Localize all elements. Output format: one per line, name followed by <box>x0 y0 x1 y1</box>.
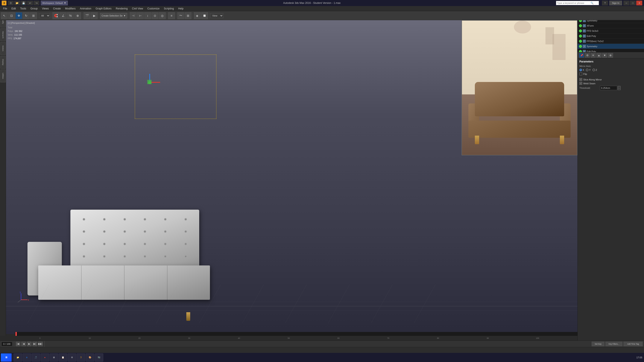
redo-btn[interactable]: ↪ <box>34 1 40 5</box>
snap-toggle[interactable]: 🧲 <box>52 12 59 19</box>
playback-thumb[interactable] <box>16 332 17 336</box>
move-tool[interactable]: ✥ <box>16 12 22 19</box>
percent-snap[interactable]: % <box>67 12 74 19</box>
modifier-item-ffd1[interactable]: F FFD 3x3x3 <box>578 28 644 33</box>
material-editor[interactable]: ◈ <box>194 12 201 19</box>
viewport-3d[interactable]: x y [+] [Perspective] [Shaded] Total Pol… <box>6 20 578 334</box>
taskbar-app6[interactable]: 📷 <box>95 354 103 362</box>
place-highlight[interactable]: ⊙ <box>152 12 158 19</box>
taskbar-explorer[interactable]: 📁 <box>14 354 22 362</box>
start-button[interactable]: ⊞ <box>1 354 12 362</box>
panel-ctrl-config[interactable]: ⚙ <box>585 53 590 58</box>
modifier-item-editpoly2[interactable]: E Edit Poly <box>578 49 644 52</box>
menu-group[interactable]: Group <box>28 7 40 10</box>
play-prev-key[interactable]: |◀ <box>16 342 20 346</box>
view-dropdown[interactable]: View <box>210 13 223 18</box>
search-input[interactable] <box>556 2 590 4</box>
align-tool[interactable]: ⊢ <box>137 12 144 19</box>
menu-help[interactable]: Help <box>176 7 186 10</box>
panel-tab-utilities[interactable]: Utilities <box>0 69 6 82</box>
menu-rendering[interactable]: Rendering <box>114 7 130 10</box>
schematic-view[interactable]: ⊞ <box>184 12 192 19</box>
menu-create[interactable]: Create <box>51 7 63 10</box>
panel-ctrl-down[interactable]: ▼ <box>602 53 607 58</box>
rotate-tool[interactable]: ↻ <box>23 12 30 19</box>
taskbar-app2[interactable]: 📋 <box>58 354 67 362</box>
select-region[interactable]: ⊡ <box>8 12 15 19</box>
maximize-btn[interactable]: □ <box>630 1 636 5</box>
select-filter-dropdown[interactable]: All <box>39 13 50 18</box>
menu-graph-editors[interactable]: Graph Editors <box>94 7 114 10</box>
normal-align[interactable]: ↕ <box>144 12 151 19</box>
minimize-btn[interactable]: ─ <box>624 1 630 5</box>
panel-ctrl-make-unique[interactable]: ⊕ <box>608 53 613 58</box>
taskbar-app5[interactable]: 🎨 <box>86 354 94 362</box>
taskbar-chrome[interactable]: ● <box>40 354 49 362</box>
radio-x[interactable]: X <box>580 69 584 71</box>
timeline-scrubber[interactable]: 0 10 20 30 40 50 60 70 80 90 100 <box>0 336 578 341</box>
slice-checkbox[interactable] <box>580 78 582 81</box>
render-explorer[interactable]: 🔲 <box>201 12 208 19</box>
taskbar-app1[interactable]: 🖥 <box>50 354 58 362</box>
menu-edit[interactable]: Edit <box>9 7 18 10</box>
close-btn[interactable]: ✕ <box>636 1 642 5</box>
menu-file[interactable]: File <box>1 7 9 10</box>
panel-tab-display[interactable]: Display <box>0 56 6 69</box>
keyframe-area[interactable] <box>15 332 578 336</box>
threshold-input[interactable] <box>600 86 617 90</box>
panel-tab-hierarchy[interactable]: Hierarch <box>0 28 6 41</box>
menu-modifiers[interactable]: Modifiers <box>63 7 78 10</box>
taskbar-media[interactable]: 🎵 <box>32 354 40 362</box>
curve-editor[interactable]: 〜 <box>177 12 184 19</box>
spinner-snap[interactable]: ⊕ <box>74 12 81 19</box>
taskbar-app3[interactable]: ⚙ <box>68 354 76 362</box>
threshold-up[interactable]: ▲ <box>618 86 620 88</box>
panel-ctrl-up[interactable]: ▲ <box>596 53 602 58</box>
mirror-tool[interactable]: ⊣ <box>130 12 136 19</box>
panel-tab-motion[interactable]: Motion <box>0 42 6 55</box>
modifier-item-ffd2[interactable]: F FFD(box) 7x2x2 <box>578 39 644 44</box>
select-tool[interactable]: ↖ <box>1 12 8 19</box>
radio-z[interactable]: Z <box>592 69 597 71</box>
menu-tools[interactable]: Tools <box>18 7 28 10</box>
menu-animation[interactable]: Animation <box>78 7 94 10</box>
play-prev[interactable]: ◀ <box>21 342 26 346</box>
modifier-item-editpoly1[interactable]: E Edit Poly <box>578 33 644 39</box>
workspace-selector[interactable]: Workspace: Default ▼ <box>41 1 68 5</box>
render-setup[interactable]: 🎬 <box>84 12 90 19</box>
menu-civil-view[interactable]: Civil View <box>130 7 145 10</box>
add-time-tag-btn[interactable]: Add Time Tag <box>624 342 643 346</box>
help-icon-btn[interactable]: ? <box>602 1 608 5</box>
quick-access-save[interactable]: 💾 <box>20 1 26 5</box>
create-selection-btn[interactable]: Create Selection Se ▼ <box>100 13 127 18</box>
isolate-sel[interactable]: ◎ <box>159 12 166 19</box>
flip-checkbox[interactable] <box>580 72 582 75</box>
play-fwd[interactable]: ▶ <box>27 342 32 346</box>
weld-checkbox[interactable] <box>580 82 582 85</box>
set-key-btn[interactable]: Set Key <box>592 342 604 346</box>
menu-scripting[interactable]: Scripting <box>162 7 176 10</box>
modifier-stack[interactable]: S Symmetry X XForm F FFD 3x3x3 E Edit Po… <box>578 18 644 52</box>
layers-btn[interactable]: ≡ <box>168 12 175 19</box>
panel-ctrl-remove[interactable]: ✕ <box>590 53 596 58</box>
radio-y[interactable]: Y <box>586 69 590 71</box>
play-next[interactable]: ▶| <box>32 342 37 346</box>
play-next-key[interactable]: ▶▶| <box>38 342 43 346</box>
threshold-down[interactable]: ▼ <box>618 88 620 90</box>
undo-btn[interactable]: ↩ <box>27 1 33 5</box>
signin-btn[interactable]: Sign In <box>609 1 622 5</box>
menu-customize[interactable]: Customize <box>145 7 162 10</box>
panel-ctrl-pin[interactable]: 📌 <box>579 53 584 58</box>
modifier-item-symmetry2[interactable]: S Symmetry <box>578 44 644 49</box>
key-filters-btn[interactable]: Key Filters... <box>605 342 622 346</box>
angle-snap[interactable]: ∠ <box>60 12 66 19</box>
taskbar-ie[interactable]: e <box>22 354 31 362</box>
quick-access-new[interactable]: 🗋 <box>8 1 14 5</box>
title-search[interactable]: 🔍 <box>556 1 599 5</box>
quick-access-open[interactable]: 📂 <box>14 1 20 5</box>
taskbar-app4[interactable]: 3 <box>77 354 85 362</box>
modifier-item-xform[interactable]: X XForm <box>578 23 644 28</box>
menu-views[interactable]: Views <box>40 7 51 10</box>
quick-render[interactable]: ▶ <box>91 12 98 19</box>
scale-tool[interactable]: ⊞ <box>30 12 37 19</box>
